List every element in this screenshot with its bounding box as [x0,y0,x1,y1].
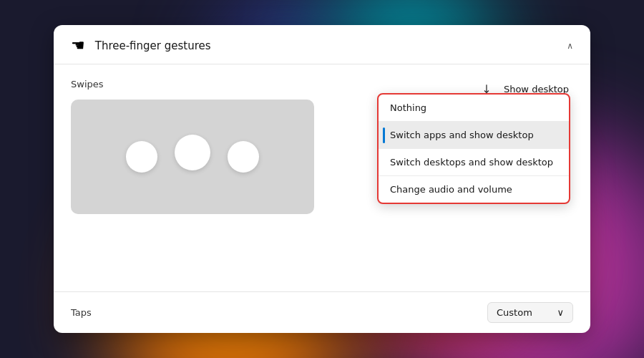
three-finger-icon: ☚ [71,38,85,54]
taps-dropdown-arrow: ∨ [557,307,564,318]
taps-row: Taps Custom ∨ [54,291,590,333]
card-header: ☚ Three-finger gestures ∧ [54,25,590,64]
dropdown-item-switch-show-label: Switch apps and show desktop [390,130,534,140]
dropdown-item-switch-desktops[interactable]: Switch desktops and show desktop [379,149,569,175]
taps-dropdown-value: Custom [497,307,532,318]
dropdown-item-switch-desktops-label: Switch desktops and show desktop [390,157,553,168]
gesture-illustration [71,100,314,214]
header-left: ☚ Three-finger gestures [71,38,211,54]
taps-label: Taps [71,307,92,318]
dropdown-item-audio[interactable]: Change audio and volume [379,176,569,203]
dropdown-item-switch-show[interactable]: Switch apps and show desktop [379,122,569,148]
collapse-button[interactable]: ∧ [567,41,573,51]
finger-dot-3 [228,141,259,173]
taps-dropdown[interactable]: Custom ∨ [487,302,573,323]
finger-dot-2 [175,135,210,170]
swipes-dropdown-popup: Nothing Switch apps and show desktop Swi… [377,93,570,204]
dropdown-item-nothing[interactable]: Nothing [379,95,569,121]
dropdown-item-audio-label: Change audio and volume [390,184,512,195]
settings-card: ☚ Three-finger gestures ∧ Swipes ↓ Show … [54,25,590,333]
dropdown-item-nothing-label: Nothing [390,102,426,113]
card-title: Three-finger gestures [95,39,211,52]
selected-indicator [383,127,385,142]
finger-dot-1 [126,141,157,173]
